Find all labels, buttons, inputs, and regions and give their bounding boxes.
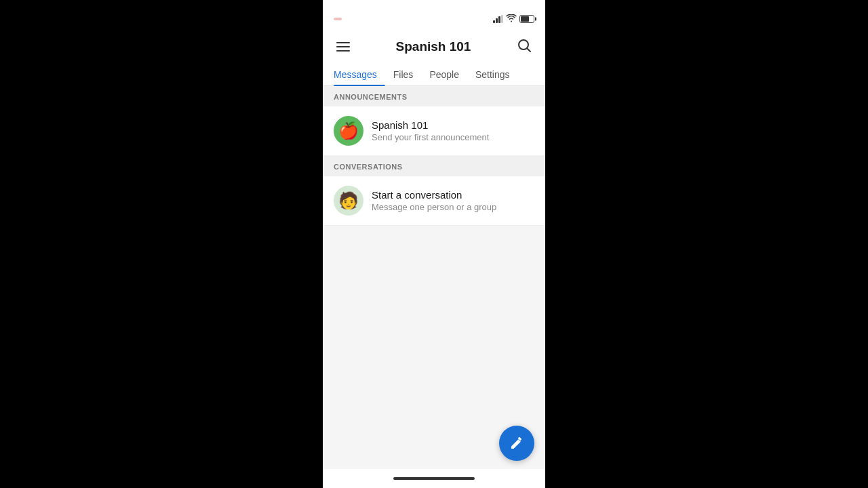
pencil-icon [509,436,524,451]
status-bar [323,0,545,30]
phone-screen: Spanish 101 Messages Files People Settin… [323,0,545,488]
announcement-subtitle: Send your first announcement [372,132,489,142]
tab-bar: Messages Files People Settings [323,64,545,86]
home-indicator [393,477,475,480]
main-content: ANNOUNCEMENTS 🍎 Spanish 101 Send your fi… [323,86,545,469]
page-title: Spanish 101 [396,39,471,54]
signal-icon [493,15,503,23]
announcement-emoji: 🍎 [338,121,359,140]
app-header: Spanish 101 [323,30,545,58]
conversation-title: Start a conversation [372,189,496,201]
conversations-section-header: CONVERSATIONS [323,156,545,176]
menu-button[interactable] [334,39,353,54]
tab-files[interactable]: Files [385,64,422,85]
tab-settings[interactable]: Settings [467,64,518,85]
wifi-icon [506,14,517,24]
status-icons [493,14,534,24]
tab-people[interactable]: People [421,64,467,85]
conversation-emoji: 🧑 [338,191,359,210]
announcement-title: Spanish 101 [372,119,489,131]
conversation-subtitle: Message one person or a group [372,202,496,212]
bottom-indicator [323,469,545,488]
avatar: 🧑 [334,186,363,216]
battery-icon [519,15,534,23]
avatar: 🍎 [334,116,363,146]
tab-messages[interactable]: Messages [334,64,385,85]
status-time [334,18,342,20]
announcement-item[interactable]: 🍎 Spanish 101 Send your first announceme… [323,106,545,156]
announcements-section-header: ANNOUNCEMENTS [323,86,545,106]
conversation-item[interactable]: 🧑 Start a conversation Message one perso… [323,176,545,226]
search-button[interactable] [514,35,534,58]
compose-fab-button[interactable] [499,426,534,461]
